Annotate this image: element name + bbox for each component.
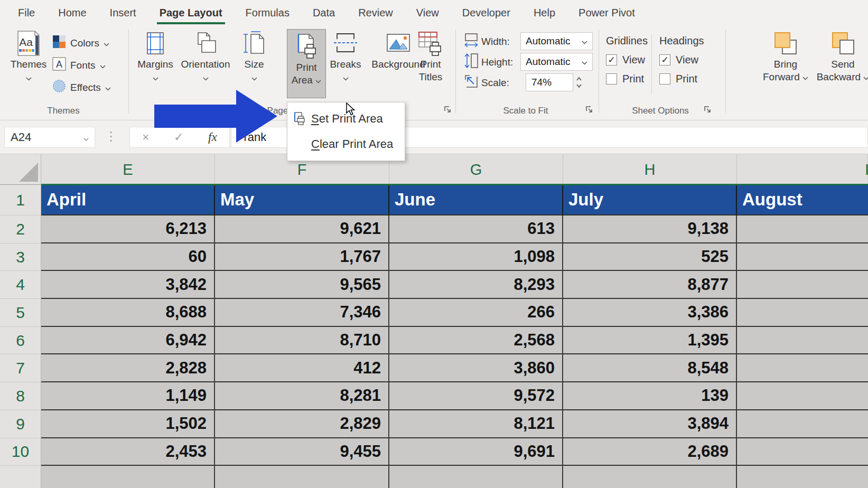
cell-G3[interactable]: 1,098	[389, 243, 563, 271]
theme-effects-button[interactable]: Effects	[52, 79, 111, 96]
row-header-4[interactable]: 4	[0, 271, 41, 299]
cell-I9[interactable]	[737, 410, 868, 438]
cell-I5[interactable]	[737, 299, 868, 327]
gridlines-print-checkbox-row[interactable]: Print	[606, 73, 648, 85]
cell-G7[interactable]: 3,860	[389, 354, 563, 382]
cell-G9[interactable]: 8,121	[389, 410, 563, 438]
scale-spinner-input[interactable]: 74%	[526, 73, 573, 91]
cell-H6[interactable]: 1,395	[563, 327, 737, 355]
gridlines-view-checkbox-row[interactable]: ✓ View	[606, 54, 648, 66]
cell-H8[interactable]: 139	[563, 382, 737, 410]
cell-H3[interactable]: 525	[563, 243, 737, 271]
row-header-8[interactable]: 8	[0, 382, 41, 410]
row-header-partial[interactable]	[0, 466, 41, 488]
cell-G6[interactable]: 2,568	[389, 327, 563, 355]
cell-E5[interactable]: 8,688	[41, 299, 215, 327]
sheet-options-dialog-launcher-icon[interactable]	[703, 105, 712, 114]
cell-I6[interactable]	[737, 327, 868, 355]
scale-spinner-arrows[interactable]	[575, 74, 583, 92]
column-header-G[interactable]: G	[389, 154, 563, 185]
select-all-corner[interactable]	[0, 154, 41, 185]
row-header-2[interactable]: 2	[0, 215, 41, 243]
breaks-button[interactable]: Breaks	[328, 29, 363, 83]
cell-F3[interactable]: 1,767	[215, 243, 389, 271]
cell-F4[interactable]: 9,565	[215, 271, 389, 299]
cell-I-partial[interactable]	[737, 466, 868, 488]
cell-I7[interactable]	[737, 354, 868, 382]
cell-F5[interactable]: 7,346	[215, 299, 389, 327]
cell-E-partial[interactable]	[41, 466, 215, 488]
column-header-E[interactable]: E	[41, 154, 215, 185]
row-header-9[interactable]: 9	[0, 410, 41, 438]
headings-view-checkbox-row[interactable]: ✓ View	[659, 54, 704, 66]
enter-icon[interactable]: ✓	[174, 130, 183, 144]
cell-E9[interactable]: 1,502	[41, 410, 215, 438]
cell-F10[interactable]: 9,455	[215, 438, 389, 466]
page-setup-dialog-launcher-icon[interactable]	[443, 105, 452, 114]
name-box-dropdown-icon[interactable]	[83, 130, 89, 144]
cell-G8[interactable]: 9,572	[389, 382, 563, 410]
cell-I10[interactable]	[737, 438, 868, 466]
gridlines-print-checkbox[interactable]	[606, 73, 617, 85]
cell-G-partial[interactable]	[389, 466, 563, 488]
cell-I3[interactable]	[737, 243, 868, 271]
print-area-button[interactable]: Print Area	[287, 29, 326, 98]
row-header-5[interactable]: 5	[0, 299, 41, 327]
margins-button[interactable]: Margins	[135, 29, 175, 83]
width-combo[interactable]: Automatic	[520, 32, 593, 50]
themes-button[interactable]: Aa Themes	[8, 29, 49, 83]
row-header-10[interactable]: 10	[0, 438, 41, 466]
cell-G5[interactable]: 266	[389, 299, 563, 327]
cell-F2[interactable]: 9,621	[215, 215, 389, 243]
cell-F7[interactable]: 412	[215, 354, 389, 382]
cell-G4[interactable]: 8,293	[389, 271, 563, 299]
tab-home[interactable]: Home	[46, 0, 98, 25]
cell-F6[interactable]: 8,710	[215, 327, 389, 355]
cell-E3[interactable]: 60	[41, 243, 215, 271]
cell-E7[interactable]: 2,828	[41, 354, 215, 382]
name-box[interactable]: A24	[4, 127, 95, 148]
headings-print-checkbox[interactable]	[659, 73, 670, 85]
tab-formulas[interactable]: Formulas	[234, 0, 301, 25]
tab-developer[interactable]: Developer	[451, 0, 522, 25]
cell-F9[interactable]: 2,829	[215, 410, 389, 438]
cell-G2[interactable]: 613	[389, 215, 563, 243]
cell-E6[interactable]: 6,942	[41, 327, 215, 355]
cell-I4[interactable]	[737, 271, 868, 299]
send-backward-button[interactable]: Send Backward	[813, 29, 868, 83]
cell-H7[interactable]: 8,548	[563, 354, 737, 382]
tab-page-layout[interactable]: Page Layout	[148, 0, 234, 25]
cell-F1[interactable]: May	[215, 185, 389, 215]
cell-H1[interactable]: July	[563, 185, 737, 215]
row-header-3[interactable]: 3	[0, 243, 41, 271]
cell-F8[interactable]: 8,281	[215, 382, 389, 410]
tab-review[interactable]: Review	[347, 0, 405, 25]
row-header-7[interactable]: 7	[0, 354, 41, 382]
cell-G10[interactable]: 9,691	[389, 438, 563, 466]
tab-power-pivot[interactable]: Power Pivot	[567, 0, 647, 25]
size-button[interactable]: Size	[238, 29, 270, 83]
orientation-button[interactable]: Orientation	[176, 29, 235, 83]
row-header-6[interactable]: 6	[0, 327, 41, 355]
cell-E2[interactable]: 6,213	[41, 215, 215, 243]
gridlines-view-checkbox[interactable]: ✓	[606, 54, 617, 65]
column-header-I[interactable]: I	[737, 154, 868, 185]
tab-data[interactable]: Data	[301, 0, 347, 25]
cell-I8[interactable]	[737, 382, 868, 410]
bring-forward-button[interactable]: Bring Forward	[759, 29, 812, 83]
print-titles-button[interactable]: Print Titles	[412, 29, 450, 83]
insert-function-icon[interactable]: fx	[208, 130, 217, 144]
cell-E1[interactable]: April	[41, 185, 215, 215]
height-combo[interactable]: Automatic	[520, 53, 593, 71]
tab-insert[interactable]: Insert	[98, 0, 148, 25]
cell-I1[interactable]: August	[737, 185, 868, 215]
menu-item-clear-print-area[interactable]: Clear Print Area	[287, 132, 405, 157]
cell-H5[interactable]: 3,386	[563, 299, 737, 327]
scale-to-fit-dialog-launcher-icon[interactable]	[584, 105, 594, 114]
cell-E10[interactable]: 2,453	[41, 438, 215, 466]
tab-file[interactable]: File	[6, 0, 46, 25]
cell-H10[interactable]: 2,689	[563, 438, 737, 466]
cell-G1[interactable]: June	[389, 185, 563, 215]
tab-help[interactable]: Help	[522, 0, 567, 25]
headings-print-checkbox-row[interactable]: Print	[659, 73, 704, 85]
